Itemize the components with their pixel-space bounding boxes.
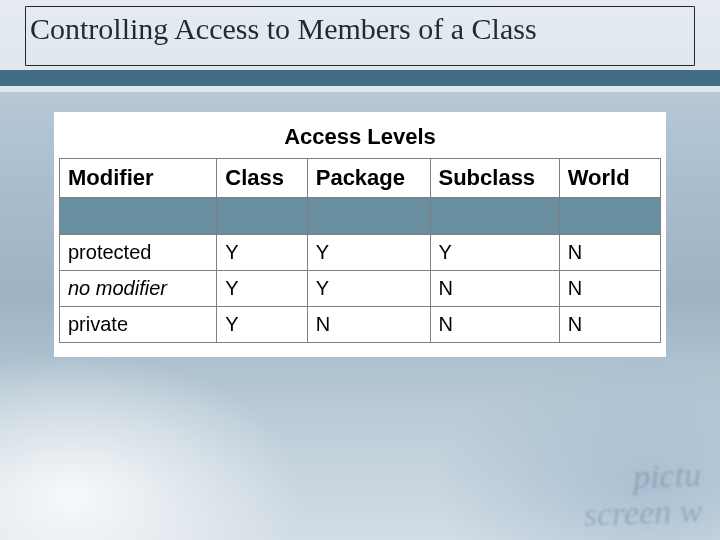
content-panel: Access Levels Modifier Class Package Sub… bbox=[54, 112, 666, 357]
cell-package: Y bbox=[307, 235, 430, 271]
cell-modifier: public bbox=[60, 198, 217, 235]
col-header-world: World bbox=[559, 159, 660, 198]
access-levels-table: Modifier Class Package Subclass World pu… bbox=[59, 158, 661, 343]
table-row: public Y Y Y Y bbox=[60, 198, 661, 235]
cell-subclass: Y bbox=[430, 198, 559, 235]
cell-class: Y bbox=[217, 271, 307, 307]
table-row: private Y N N N bbox=[60, 307, 661, 343]
cell-world: Y bbox=[559, 198, 660, 235]
cell-package: Y bbox=[307, 198, 430, 235]
col-header-class: Class bbox=[217, 159, 307, 198]
table-row: protected Y Y Y N bbox=[60, 235, 661, 271]
cell-modifier: no modifier bbox=[60, 271, 217, 307]
cell-modifier: protected bbox=[60, 235, 217, 271]
col-header-package: Package bbox=[307, 159, 430, 198]
cell-subclass: Y bbox=[430, 235, 559, 271]
cell-world: N bbox=[559, 235, 660, 271]
title-rule-accent bbox=[0, 86, 720, 88]
col-header-modifier: Modifier bbox=[60, 159, 217, 198]
col-header-subclass: Subclass bbox=[430, 159, 559, 198]
cell-world: N bbox=[559, 271, 660, 307]
slide: Controlling Access to Members of a Class… bbox=[0, 0, 720, 540]
table-caption: Access Levels bbox=[54, 120, 666, 158]
cell-package: N bbox=[307, 307, 430, 343]
cell-world: N bbox=[559, 307, 660, 343]
cell-package: Y bbox=[307, 271, 430, 307]
title-bar: Controlling Access to Members of a Class bbox=[0, 0, 720, 92]
watermark-line: pictu bbox=[582, 457, 702, 497]
cell-class: Y bbox=[217, 198, 307, 235]
title-rule bbox=[0, 70, 720, 86]
cell-modifier: private bbox=[60, 307, 217, 343]
slide-title: Controlling Access to Members of a Class bbox=[30, 12, 537, 46]
cell-subclass: N bbox=[430, 271, 559, 307]
table-row: no modifier Y Y N N bbox=[60, 271, 661, 307]
cell-class: Y bbox=[217, 307, 307, 343]
background-watermark: pictu screen w bbox=[582, 457, 703, 532]
cell-subclass: N bbox=[430, 307, 559, 343]
cell-class: Y bbox=[217, 235, 307, 271]
watermark-line: screen w bbox=[583, 492, 703, 532]
table-header-row: Modifier Class Package Subclass World bbox=[60, 159, 661, 198]
